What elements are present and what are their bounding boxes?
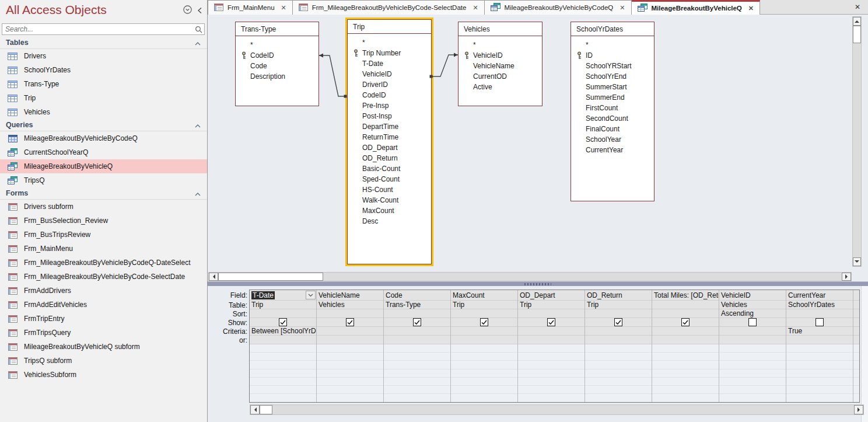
sidebar-item-frmadddrivers[interactable]: FrmAddDrivers: [0, 284, 207, 298]
chevron-up-icon[interactable]: [195, 37, 201, 48]
tab-close-icon[interactable]: ✕: [470, 4, 478, 12]
table-box-title[interactable]: Trip: [348, 20, 431, 33]
sidebar-item-frm-busselection-review[interactable]: Frm_BusSelection_Review: [0, 214, 207, 228]
checkbox-unchecked[interactable]: [748, 318, 757, 326]
qbe-sort-cell[interactable]: [384, 309, 450, 318]
qbe-criteria-cell[interactable]: [317, 327, 383, 336]
sidebar-item-vehicles[interactable]: Vehicles: [0, 105, 207, 119]
qbe-table-cell[interactable]: Trans-Type: [384, 301, 450, 309]
field-sped-count[interactable]: Sped-Count: [348, 174, 431, 184]
qbe-or-cell[interactable]: [585, 336, 652, 344]
field-codeid[interactable]: CodeID: [348, 90, 431, 100]
qbe-sort-cell[interactable]: [250, 309, 316, 318]
close-object-icon[interactable]: ✕: [855, 3, 860, 11]
scroll-right-icon[interactable]: [854, 405, 863, 414]
qbe-sort-cell[interactable]: [585, 309, 652, 318]
qbe-table-cell[interactable]: Vehicles: [719, 301, 786, 309]
qbe-or-cell[interactable]: [786, 336, 853, 344]
field-vehiclename[interactable]: VehicleName: [459, 61, 542, 71]
qbe-table-cell[interactable]: Trip: [451, 301, 517, 309]
scroll-left-icon[interactable]: [250, 405, 260, 414]
field-driverid[interactable]: DriverID: [348, 79, 431, 90]
qbe-criteria-cell[interactable]: [384, 327, 450, 336]
qbe-field-cell[interactable]: VehicleID: [719, 290, 786, 301]
qbe-horizontal-scrollbar[interactable]: [250, 404, 864, 415]
qbe-or-cell[interactable]: [719, 336, 786, 344]
field-[interactable]: *: [571, 40, 654, 50]
qbe-or-cell[interactable]: [384, 336, 450, 344]
design-horizontal-scrollbar[interactable]: [208, 272, 852, 281]
design-vertical-scrollbar[interactable]: [852, 16, 862, 267]
field-[interactable]: *: [459, 40, 542, 50]
field-t-date[interactable]: T-Date: [348, 58, 431, 69]
qbe-or-cell[interactable]: [518, 336, 584, 344]
sidebar-item-mileagebreakoutbyvehicleq-subform[interactable]: MileageBreakoutByVehicleQ subform: [0, 340, 207, 354]
field-od-return[interactable]: OD_Return: [348, 153, 431, 163]
field-currentod[interactable]: CurrentOD: [459, 71, 542, 82]
qbe-field-cell[interactable]: T-Date: [250, 290, 316, 301]
sidebar-item-frm-mainmenu[interactable]: Frm_MainMenu: [0, 242, 207, 256]
sidebar-item-vehiclessubform[interactable]: VehiclesSubform: [0, 368, 207, 382]
splitter-grip[interactable]: [524, 283, 551, 285]
sidebar-item-trip[interactable]: Trip: [0, 91, 207, 105]
qbe-sort-cell[interactable]: [451, 309, 517, 318]
field-vehicleid[interactable]: VehicleID: [348, 69, 431, 79]
field-trip-number[interactable]: Trip Number: [348, 48, 431, 58]
sidebar-item-schoolyrdates[interactable]: SchoolYrDates: [0, 63, 207, 77]
tab-close-icon[interactable]: ✕: [617, 4, 625, 12]
qbe-criteria-cell[interactable]: [719, 327, 786, 336]
checkbox-checked[interactable]: [480, 318, 488, 326]
sidebar-item-mileagebreakoutbyvehicleq[interactable]: MileageBreakoutByVehicleQ: [0, 159, 207, 173]
qbe-table-cell[interactable]: [652, 301, 719, 309]
sidebar-item-frm-bustripsreview[interactable]: Frm_BusTripsReview: [0, 228, 207, 242]
scroll-left-icon[interactable]: [209, 273, 218, 281]
checkbox-checked[interactable]: [346, 318, 354, 326]
sidebar-item-mileagebreakoutbyvehiclebycodeq[interactable]: MileageBreakoutByVehicleByCodeQ: [0, 131, 207, 145]
field-desc[interactable]: Desc: [348, 216, 431, 226]
sidebar-item-drivers-subform[interactable]: Drivers subform: [0, 200, 207, 214]
field-firstcount[interactable]: FirstCount: [571, 103, 654, 113]
table-box-schoolyrdates[interactable]: SchoolYrDates*IDSchoolYRStartSchoolYrEnd…: [570, 22, 654, 201]
field-id[interactable]: ID: [571, 50, 654, 61]
table-box-vehicles[interactable]: Vehicles*VehicleIDVehicleNameCurrentODAc…: [458, 22, 542, 106]
tab-frm-mainmenu[interactable]: Frm_MainMenu✕: [208, 0, 293, 15]
sidebar-item-frm-mileagebreakoutbyvehiclebycode-selectdate[interactable]: Frm_MileageBreakoutByVehicleByCode-Selec…: [0, 270, 207, 284]
qbe-criteria-cell[interactable]: [585, 327, 652, 336]
qbe-field-cell[interactable]: Code: [384, 290, 450, 301]
field-vehicleid[interactable]: VehicleID: [459, 50, 542, 61]
field-codeid[interactable]: CodeID: [236, 50, 318, 61]
qbe-criteria-cell[interactable]: [652, 327, 719, 336]
checkbox-unchecked[interactable]: [816, 318, 824, 326]
scrollbar-thumb[interactable]: [260, 405, 272, 414]
scrollbar-thumb[interactable]: [853, 26, 861, 43]
scroll-down-icon[interactable]: [853, 257, 861, 266]
qbe-criteria-cell[interactable]: [451, 327, 517, 336]
checkbox-checked[interactable]: [614, 318, 622, 326]
search-icon[interactable]: [195, 26, 204, 33]
field-basic-count[interactable]: Basic-Count: [348, 163, 431, 174]
field-description[interactable]: Description: [236, 71, 318, 82]
table-box-trans-type[interactable]: Trans-Type*CodeIDCodeDescription: [235, 22, 319, 106]
checkbox-checked[interactable]: [413, 318, 421, 326]
field-walk-count[interactable]: Walk-Count: [348, 195, 431, 205]
field-pre-insp[interactable]: Pre-Insp: [348, 100, 431, 111]
qbe-field-cell[interactable]: CurrentYear: [786, 290, 853, 301]
section-header-queries[interactable]: Queries: [0, 119, 207, 131]
qbe-criteria-cell[interactable]: True: [786, 327, 853, 336]
table-box-title[interactable]: SchoolYrDates: [571, 22, 654, 36]
field-returntime[interactable]: ReturnTime: [348, 132, 431, 142]
qbe-or-cell[interactable]: [250, 336, 316, 344]
sidebar-item-drivers[interactable]: Drivers: [0, 49, 207, 63]
tab-mileagebreakoutbyvehicleq[interactable]: MileageBreakoutByVehicleQ✕: [632, 0, 761, 15]
qbe-table-cell[interactable]: Trip: [250, 301, 316, 309]
sidebar-item-frm-mileagebreakoutbyvehiclebycodeq-dateselect[interactable]: Frm_MileageBreakoutByVehicleByCodeQ-Date…: [0, 256, 207, 270]
join-trans-type-trip[interactable]: [319, 54, 347, 98]
section-header-forms[interactable]: Forms: [0, 187, 207, 200]
qbe-sort-cell[interactable]: Ascending: [719, 309, 786, 318]
shutter-bar-close-icon[interactable]: [197, 6, 202, 16]
table-box-title[interactable]: Vehicles: [459, 22, 542, 36]
qbe-criteria-cell[interactable]: Between [SchoolYrDat: [250, 327, 316, 336]
sidebar-item-tripsq-subform[interactable]: TripsQ subform: [0, 354, 207, 368]
checkbox-checked[interactable]: [547, 318, 555, 326]
join-trip-vehicles[interactable]: [430, 53, 459, 78]
